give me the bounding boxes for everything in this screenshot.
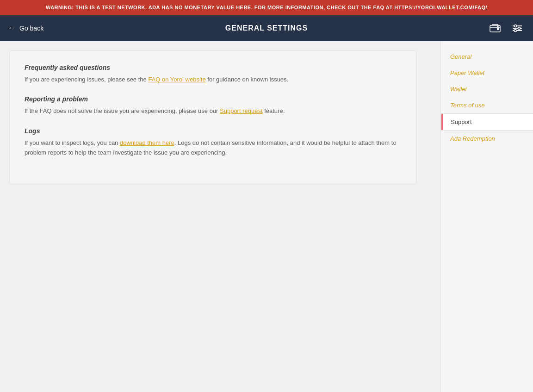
wallet-icon bbox=[489, 22, 502, 35]
main-layout: Frequently asked questions If you are ex… bbox=[0, 41, 533, 392]
settings-icon bbox=[511, 22, 524, 35]
logs-text: If you want to inspect logs, you can dow… bbox=[25, 138, 401, 158]
faq-link[interactable]: FAQ on Yoroi website bbox=[148, 76, 205, 83]
faq-title: Frequently asked questions bbox=[25, 64, 401, 71]
nav-icons bbox=[487, 20, 526, 37]
warning-text: WARNING: THIS IS A TEST NETWORK. ADA HAS… bbox=[46, 5, 487, 10]
faq-text: If you are experiencing issues, please s… bbox=[25, 75, 401, 85]
download-logs-link[interactable]: download them here bbox=[120, 139, 174, 146]
svg-point-2 bbox=[497, 26, 498, 27]
logs-title: Logs bbox=[25, 127, 401, 135]
svg-rect-1 bbox=[497, 28, 499, 30]
back-label: Go back bbox=[19, 25, 43, 32]
problem-text: If the FAQ does not solve the issue you … bbox=[25, 106, 401, 116]
sidebar-item-wallet[interactable]: Wallet bbox=[441, 81, 533, 97]
back-arrow-icon: ← bbox=[7, 23, 16, 33]
svg-point-8 bbox=[514, 29, 517, 31]
navbar: ← Go back GENERAL SETTINGS bbox=[0, 15, 533, 41]
support-card: Frequently asked questions If you are ex… bbox=[9, 50, 416, 184]
svg-point-7 bbox=[518, 27, 521, 29]
warning-banner: WARNING: THIS IS A TEST NETWORK. ADA HAS… bbox=[0, 0, 533, 15]
sidebar-item-terms-of-use[interactable]: Terms of use bbox=[441, 97, 533, 113]
problem-title: Reporting a problem bbox=[25, 95, 401, 103]
sidebar-item-paper-wallet[interactable]: Paper Wallet bbox=[441, 65, 533, 81]
warning-link[interactable]: HTTPS://YOROI-WALLET.COM/FAQ/ bbox=[394, 5, 487, 10]
settings-sidebar: General Paper Wallet Wallet Terms of use… bbox=[440, 41, 533, 392]
content-area: Frequently asked questions If you are ex… bbox=[0, 41, 440, 392]
sidebar-item-ada-redemption[interactable]: Ada Redemption bbox=[441, 131, 533, 147]
support-request-link[interactable]: Support request bbox=[220, 107, 263, 114]
back-button[interactable]: ← Go back bbox=[7, 23, 43, 33]
sidebar-item-general[interactable]: General bbox=[441, 49, 533, 65]
page-title: GENERAL SETTINGS bbox=[225, 24, 308, 32]
sidebar-item-support[interactable]: Support bbox=[441, 113, 533, 131]
settings-nav-button[interactable] bbox=[509, 20, 526, 37]
wallet-nav-button[interactable] bbox=[487, 20, 503, 37]
svg-point-6 bbox=[514, 25, 517, 27]
